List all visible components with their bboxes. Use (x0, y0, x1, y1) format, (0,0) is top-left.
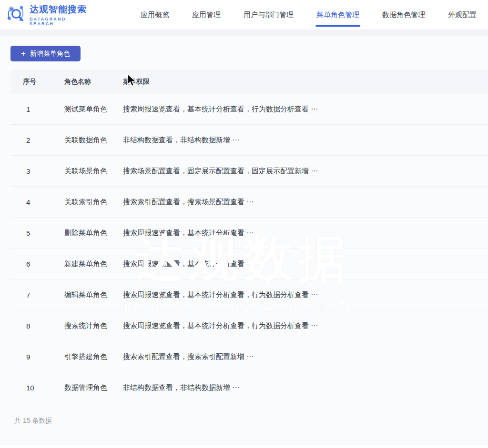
plus-icon: + (21, 50, 26, 58)
cell-role-name: 删除菜单角色 (64, 229, 123, 238)
table-header-row: 序号 角色名称 菜单权限 (10, 70, 488, 94)
nav-tab-app-overview[interactable]: 应用概览 (129, 0, 181, 30)
table-row[interactable]: 6 新建菜单角色 搜索周报速览查看，基本统计分析查看 ⋯ (10, 249, 488, 279)
nav-tab-user-department[interactable]: 用户与部门管理 (232, 0, 305, 30)
cell-role-name: 测试菜单角色 (64, 105, 123, 114)
cell-role-name: 新建菜单角色 (64, 259, 123, 269)
add-menu-role-label: 新增菜单角色 (30, 50, 70, 58)
cell-index: 3 (10, 167, 64, 175)
nav-tab-data-role[interactable]: 数据角色管理 (371, 0, 437, 30)
cell-index: 5 (10, 229, 64, 237)
col-header-index: 序号 (10, 78, 64, 86)
nav-tab-menu-role[interactable]: 菜单角色管理 (305, 0, 371, 30)
nav-tab-app-management[interactable]: 应用管理 (181, 0, 232, 30)
table-row[interactable]: 4 关联索引角色 搜索索引配置查看，搜索场景配置查看 ⋯ (10, 187, 488, 218)
cell-role-name: 搜索统计角色 (64, 321, 123, 330)
total-count-text: 共 15 条数据 (0, 403, 488, 425)
table-row[interactable]: 1 测试菜单角色 搜索周报速览查看，基本统计分析查看，行为数据分析查看 ⋯ (10, 94, 488, 125)
cell-role-name: 关联场景角色 (64, 167, 123, 176)
brand-name-cn: 达观智能搜索 (30, 3, 92, 16)
cell-role-name: 关联索引角色 (64, 198, 123, 207)
cell-index: 4 (10, 198, 64, 206)
menu-role-table: 序号 角色名称 菜单权限 1 测试菜单角色 搜索周报速览查看，基本统计分析查看，… (10, 70, 488, 403)
cell-index: 2 (10, 136, 64, 144)
cell-permissions: 搜索周报速览查看，基本统计分析查看，行为数据分析查看 ⋯ (123, 105, 488, 114)
cell-permissions: 搜索周报速览查看，基本统计分析查看，行为数据分析查看 ⋯ (123, 321, 488, 330)
nav-tab-appearance[interactable]: 外观配置 (437, 0, 488, 30)
cell-role-name: 数据管理角色 (64, 383, 123, 392)
cell-index: 10 (10, 384, 64, 392)
cell-index: 1 (10, 105, 64, 113)
col-header-permissions: 菜单权限 (123, 78, 488, 86)
cell-role-name: 引擎搭建角色 (64, 352, 123, 361)
cell-permissions: 搜索周报速览查看，基本统计分析查看，行为数据分析查看 ⋯ (123, 290, 488, 299)
cell-index: 8 (10, 322, 64, 330)
cell-permissions: 非结构数据查看，非结构数据新增 ⋯ (123, 136, 488, 145)
table-row[interactable]: 9 引擎搭建角色 搜索索引配置查看，搜索索引配置新增 ⋯ (10, 341, 488, 372)
top-nav-bar: 达观智能搜索 DATAGRAND SEARCH 应用概览 应用管理 用户与部门管… (0, 0, 488, 30)
cell-permissions: 非结构数据查看，非结构数据新增 ⋯ (123, 383, 488, 392)
table-row[interactable]: 5 删除菜单角色 搜索周报速览查看，基本统计分析查看 ⋯ (10, 218, 488, 249)
cell-index: 7 (10, 291, 64, 299)
cell-role-name: 编辑菜单角色 (64, 290, 123, 299)
cell-permissions: 搜索周报速览查看，基本统计分析查看 ⋯ (123, 229, 488, 238)
table-row[interactable]: 10 数据管理角色 非结构数据查看，非结构数据新增 ⋯ (10, 372, 488, 403)
col-header-role: 角色名称 (64, 78, 123, 86)
cell-permissions: 搜索索引配置查看，搜索场景配置查看 ⋯ (123, 198, 488, 207)
primary-nav: 应用概览 应用管理 用户与部门管理 菜单角色管理 数据角色管理 外观配置 (129, 0, 488, 30)
cell-role-name: 关联数据角色 (64, 136, 123, 145)
add-menu-role-button[interactable]: + 新增菜单角色 (10, 46, 81, 61)
brand-logo[interactable]: 达观智能搜索 DATAGRAND SEARCH (0, 3, 92, 26)
datagrand-logo-icon (6, 4, 26, 26)
cell-index: 6 (10, 260, 64, 268)
table-row[interactable]: 7 编辑菜单角色 搜索周报速览查看，基本统计分析查看，行为数据分析查看 ⋯ (10, 279, 488, 310)
brand-name-en: DATAGRAND SEARCH (30, 17, 92, 26)
table-row[interactable]: 3 关联场景角色 搜索场景配置查看，固定展示配置查看，固定展示配置新增 ⋯ (10, 156, 488, 187)
table-row[interactable]: 8 搜索统计角色 搜索周报速览查看，基本统计分析查看，行为数据分析查看 ⋯ (10, 310, 488, 341)
cell-permissions: 搜索索引配置查看，搜索索引配置新增 ⋯ (123, 352, 488, 361)
table-row[interactable]: 2 关联数据角色 非结构数据查看，非结构数据新增 ⋯ (10, 125, 488, 156)
header-content-divider (0, 30, 488, 36)
cell-index: 9 (10, 353, 64, 361)
cell-permissions: 搜索周报速览查看，基本统计分析查看 ⋯ (123, 259, 488, 269)
menu-role-page: + 新增菜单角色 序号 角色名称 菜单权限 1 测试菜单角色 搜索周报速览查看，… (0, 36, 488, 445)
cell-permissions: 搜索场景配置查看，固定展示配置查看，固定展示配置新增 ⋯ (123, 167, 488, 176)
